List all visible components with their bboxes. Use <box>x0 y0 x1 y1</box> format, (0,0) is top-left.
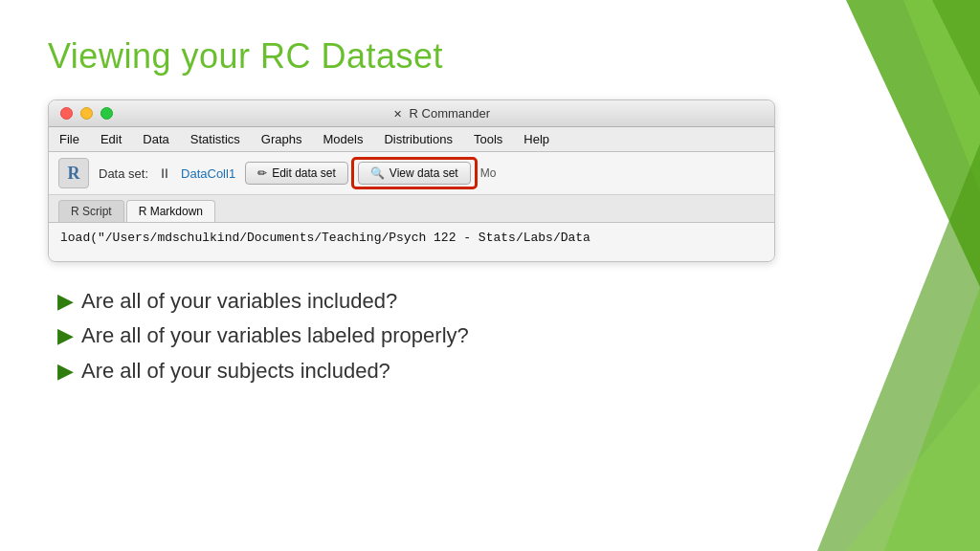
view-icon: 🔍 <box>370 166 385 180</box>
menu-data[interactable]: Data <box>140 131 171 147</box>
code-area[interactable]: load("/Users/mdschulkind/Documents/Teach… <box>49 223 774 261</box>
edit-data-button[interactable]: ✏ Edit data set <box>245 162 348 185</box>
menu-distributions[interactable]: Distributions <box>381 131 456 147</box>
dataset-icon: ⏸ <box>158 165 171 181</box>
menubar: File Edit Data Statistics Graphs Models … <box>49 127 774 152</box>
menu-models[interactable]: Models <box>320 131 366 147</box>
toolbar-row: R Data set: ⏸ DataColl1 ✏ Edit data set … <box>49 152 774 195</box>
bullet-text-3: Are all of your subjects included? <box>81 359 390 384</box>
traffic-light-yellow[interactable] <box>80 107 93 120</box>
tab-r-markdown[interactable]: R Markdown <box>126 200 215 222</box>
menu-statistics[interactable]: Statistics <box>188 131 243 147</box>
menu-tools[interactable]: Tools <box>471 131 505 147</box>
bullet-item-1: ▶ Are all of your variables included? <box>57 289 932 314</box>
menu-help[interactable]: Help <box>521 131 552 147</box>
menu-graphs[interactable]: Graphs <box>258 131 305 147</box>
window-title-text: R Commander <box>410 106 491 121</box>
window-title: ✕ R Commander <box>121 106 763 121</box>
view-data-button[interactable]: 🔍 View data set <box>358 162 471 185</box>
bullet-item-2: ▶ Are all of your variables labeled prop… <box>57 323 932 348</box>
r-logo: R <box>58 158 89 188</box>
more-label: Mo <box>480 166 497 180</box>
menu-edit[interactable]: Edit <box>98 131 124 147</box>
bullet-arrow-1: ▶ <box>57 289 74 314</box>
dataset-name[interactable]: DataColl1 <box>181 166 235 181</box>
window-titlebar: ✕ R Commander <box>49 100 774 127</box>
bullet-arrow-3: ▶ <box>57 359 74 384</box>
edit-button-label: Edit data set <box>272 166 336 180</box>
page-title: Viewing your RC Dataset <box>48 36 932 77</box>
edit-icon: ✏ <box>257 166 267 180</box>
bullet-text-2: Are all of your variables labeled proper… <box>81 323 469 348</box>
view-button-label: View data set <box>390 166 458 180</box>
script-tabs: R Script R Markdown <box>49 195 774 223</box>
window-title-icon: ✕ <box>393 108 402 120</box>
traffic-light-green[interactable] <box>100 107 113 120</box>
bullet-text-1: Are all of your variables included? <box>81 289 397 314</box>
traffic-light-red[interactable] <box>60 107 73 120</box>
dataset-label: Data set: <box>99 166 148 181</box>
tab-r-script[interactable]: R Script <box>58 200 124 222</box>
bullet-arrow-2: ▶ <box>57 323 74 348</box>
bullet-item-3: ▶ Are all of your subjects included? <box>57 359 932 384</box>
rcommander-window: ✕ R Commander File Edit Data Statistics … <box>48 99 775 262</box>
bullets-section: ▶ Are all of your variables included? ▶ … <box>48 289 932 384</box>
menu-file[interactable]: File <box>56 131 82 147</box>
